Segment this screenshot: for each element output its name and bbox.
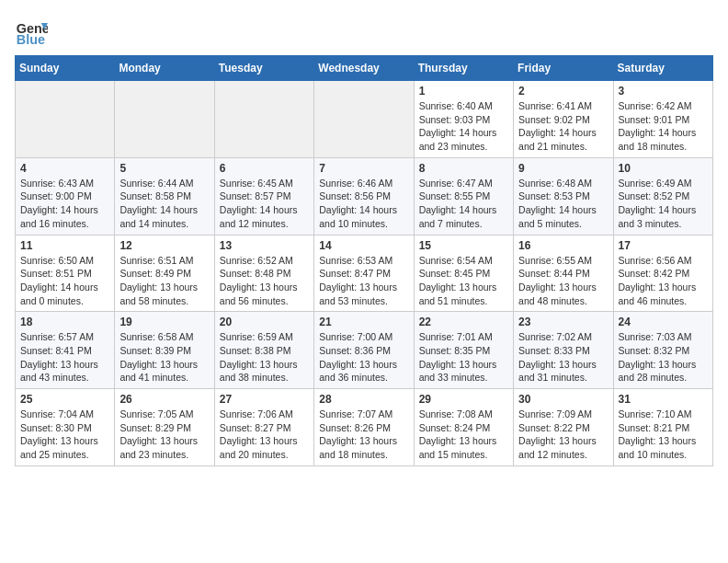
- day-number: 11: [20, 239, 109, 252]
- day-number: 22: [419, 316, 508, 328]
- day-number: 25: [20, 393, 109, 406]
- calendar-cell: 8Sunrise: 6:47 AM Sunset: 8:55 PM Daylig…: [414, 157, 513, 235]
- day-number: 12: [119, 239, 209, 252]
- day-info: Sunrise: 6:51 AM Sunset: 8:49 PM Dayligh…: [119, 254, 209, 308]
- calendar-cell: [314, 81, 414, 158]
- weekday-header-tuesday: Tuesday: [214, 56, 313, 81]
- day-info: Sunrise: 7:01 AM Sunset: 8:35 PM Dayligh…: [419, 330, 508, 385]
- day-info: Sunrise: 6:53 AM Sunset: 8:47 PM Dayligh…: [319, 254, 408, 308]
- day-info: Sunrise: 7:10 AM Sunset: 8:21 PM Dayligh…: [619, 408, 708, 462]
- calendar-cell: 14Sunrise: 6:53 AM Sunset: 8:47 PM Dayli…: [314, 235, 414, 312]
- weekday-header-monday: Monday: [115, 56, 214, 81]
- calendar-cell: 27Sunrise: 7:06 AM Sunset: 8:27 PM Dayli…: [214, 389, 313, 466]
- day-info: Sunrise: 6:57 AM Sunset: 8:41 PM Dayligh…: [20, 330, 109, 385]
- day-info: Sunrise: 6:59 AM Sunset: 8:38 PM Dayligh…: [220, 330, 309, 385]
- calendar-cell: 24Sunrise: 7:03 AM Sunset: 8:32 PM Dayli…: [613, 312, 712, 389]
- day-number: 10: [619, 162, 708, 175]
- day-info: Sunrise: 7:03 AM Sunset: 8:32 PM Dayligh…: [619, 330, 708, 385]
- day-number: 13: [220, 239, 309, 252]
- day-number: 18: [20, 316, 109, 328]
- calendar-cell: 20Sunrise: 6:59 AM Sunset: 8:38 PM Dayli…: [214, 312, 313, 389]
- calendar-cell: 12Sunrise: 6:51 AM Sunset: 8:49 PM Dayli…: [115, 235, 214, 312]
- calendar-cell: [16, 81, 115, 158]
- calendar-cell: 29Sunrise: 7:08 AM Sunset: 8:24 PM Dayli…: [414, 389, 513, 466]
- calendar: SundayMondayTuesdayWednesdayThursdayFrid…: [15, 55, 713, 466]
- day-info: Sunrise: 7:04 AM Sunset: 8:30 PM Dayligh…: [20, 408, 109, 462]
- day-info: Sunrise: 7:07 AM Sunset: 8:26 PM Dayligh…: [319, 408, 408, 462]
- day-number: 1: [419, 85, 508, 98]
- calendar-cell: 13Sunrise: 6:52 AM Sunset: 8:48 PM Dayli…: [214, 235, 313, 312]
- calendar-cell: [214, 81, 313, 158]
- day-info: Sunrise: 6:42 AM Sunset: 9:01 PM Dayligh…: [619, 99, 708, 154]
- calendar-cell: 19Sunrise: 6:58 AM Sunset: 8:39 PM Dayli…: [115, 312, 214, 389]
- calendar-cell: 4Sunrise: 6:43 AM Sunset: 9:00 PM Daylig…: [16, 157, 115, 235]
- day-info: Sunrise: 7:02 AM Sunset: 8:33 PM Dayligh…: [518, 330, 608, 385]
- calendar-cell: 26Sunrise: 7:05 AM Sunset: 8:29 PM Dayli…: [115, 389, 214, 466]
- day-number: 4: [20, 162, 109, 175]
- day-number: 23: [518, 316, 608, 328]
- calendar-cell: 16Sunrise: 6:55 AM Sunset: 8:44 PM Dayli…: [514, 235, 613, 312]
- calendar-cell: 25Sunrise: 7:04 AM Sunset: 8:30 PM Dayli…: [16, 389, 115, 466]
- day-info: Sunrise: 6:55 AM Sunset: 8:44 PM Dayligh…: [518, 254, 608, 308]
- calendar-cell: 1Sunrise: 6:40 AM Sunset: 9:03 PM Daylig…: [414, 81, 513, 158]
- day-number: 20: [220, 316, 309, 328]
- day-number: 8: [419, 162, 508, 175]
- calendar-cell: 5Sunrise: 6:44 AM Sunset: 8:58 PM Daylig…: [115, 157, 214, 235]
- day-number: 28: [319, 393, 408, 406]
- day-info: Sunrise: 6:45 AM Sunset: 8:57 PM Dayligh…: [220, 177, 309, 231]
- day-info: Sunrise: 7:05 AM Sunset: 8:29 PM Dayligh…: [119, 408, 209, 462]
- day-info: Sunrise: 6:43 AM Sunset: 9:00 PM Dayligh…: [20, 177, 109, 231]
- day-info: Sunrise: 6:46 AM Sunset: 8:56 PM Dayligh…: [319, 177, 408, 231]
- day-info: Sunrise: 6:52 AM Sunset: 8:48 PM Dayligh…: [220, 254, 309, 308]
- day-number: 14: [319, 239, 408, 252]
- day-number: 15: [419, 239, 508, 252]
- calendar-cell: 23Sunrise: 7:02 AM Sunset: 8:33 PM Dayli…: [514, 312, 613, 389]
- day-info: Sunrise: 7:06 AM Sunset: 8:27 PM Dayligh…: [220, 408, 309, 462]
- calendar-cell: [115, 81, 214, 158]
- svg-text:Blue: Blue: [17, 32, 45, 47]
- day-number: 24: [619, 316, 708, 328]
- calendar-cell: 17Sunrise: 6:56 AM Sunset: 8:42 PM Dayli…: [613, 235, 712, 312]
- day-number: 6: [220, 162, 309, 175]
- calendar-cell: 30Sunrise: 7:09 AM Sunset: 8:22 PM Dayli…: [514, 389, 613, 466]
- day-info: Sunrise: 6:40 AM Sunset: 9:03 PM Dayligh…: [419, 99, 508, 154]
- day-info: Sunrise: 6:44 AM Sunset: 8:58 PM Dayligh…: [119, 177, 209, 231]
- day-number: 26: [119, 393, 209, 406]
- calendar-cell: 22Sunrise: 7:01 AM Sunset: 8:35 PM Dayli…: [414, 312, 513, 389]
- day-info: Sunrise: 6:47 AM Sunset: 8:55 PM Dayligh…: [419, 177, 508, 231]
- day-info: Sunrise: 6:50 AM Sunset: 8:51 PM Dayligh…: [20, 254, 109, 308]
- day-info: Sunrise: 6:56 AM Sunset: 8:42 PM Dayligh…: [619, 254, 708, 308]
- calendar-cell: 9Sunrise: 6:48 AM Sunset: 8:53 PM Daylig…: [514, 157, 613, 235]
- day-info: Sunrise: 7:00 AM Sunset: 8:36 PM Dayligh…: [319, 330, 408, 385]
- calendar-cell: 3Sunrise: 6:42 AM Sunset: 9:01 PM Daylig…: [613, 81, 712, 158]
- day-info: Sunrise: 6:41 AM Sunset: 9:02 PM Dayligh…: [518, 99, 608, 154]
- calendar-cell: 21Sunrise: 7:00 AM Sunset: 8:36 PM Dayli…: [314, 312, 414, 389]
- day-number: 2: [518, 85, 608, 98]
- weekday-header-wednesday: Wednesday: [314, 56, 414, 81]
- day-number: 21: [319, 316, 408, 328]
- logo: General Blue: [15, 15, 48, 48]
- day-info: Sunrise: 6:58 AM Sunset: 8:39 PM Dayligh…: [119, 330, 209, 385]
- weekday-header-sunday: Sunday: [16, 56, 115, 81]
- day-info: Sunrise: 6:49 AM Sunset: 8:52 PM Dayligh…: [619, 177, 708, 231]
- day-number: 27: [220, 393, 309, 406]
- day-info: Sunrise: 7:09 AM Sunset: 8:22 PM Dayligh…: [518, 408, 608, 462]
- day-info: Sunrise: 7:08 AM Sunset: 8:24 PM Dayligh…: [419, 408, 508, 462]
- day-number: 17: [619, 239, 708, 252]
- calendar-cell: 2Sunrise: 6:41 AM Sunset: 9:02 PM Daylig…: [514, 81, 613, 158]
- day-number: 30: [518, 393, 608, 406]
- calendar-cell: 6Sunrise: 6:45 AM Sunset: 8:57 PM Daylig…: [214, 157, 313, 235]
- calendar-cell: 15Sunrise: 6:54 AM Sunset: 8:45 PM Dayli…: [414, 235, 513, 312]
- day-number: 7: [319, 162, 408, 175]
- weekday-header-saturday: Saturday: [613, 56, 712, 81]
- calendar-cell: 10Sunrise: 6:49 AM Sunset: 8:52 PM Dayli…: [613, 157, 712, 235]
- day-info: Sunrise: 6:48 AM Sunset: 8:53 PM Dayligh…: [518, 177, 608, 231]
- day-number: 29: [419, 393, 508, 406]
- weekday-header-thursday: Thursday: [414, 56, 513, 81]
- day-number: 19: [119, 316, 209, 328]
- calendar-cell: 28Sunrise: 7:07 AM Sunset: 8:26 PM Dayli…: [314, 389, 414, 466]
- day-number: 16: [518, 239, 608, 252]
- weekday-header-friday: Friday: [514, 56, 613, 81]
- logo-icon: General Blue: [15, 15, 48, 48]
- calendar-cell: 11Sunrise: 6:50 AM Sunset: 8:51 PM Dayli…: [16, 235, 115, 312]
